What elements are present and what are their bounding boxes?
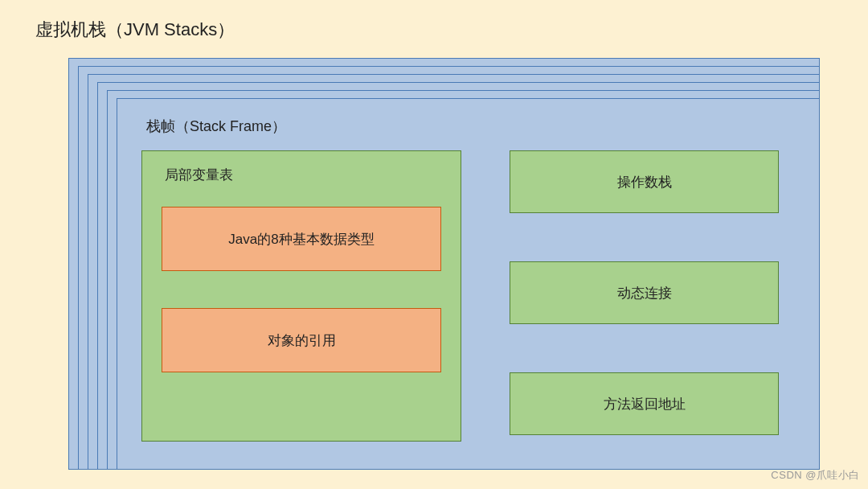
stack-frame: 栈帧（Stack Frame） 局部变量表 Java的8种基本数据类型 对象的引…: [117, 98, 820, 470]
local-variable-table: 局部变量表 Java的8种基本数据类型 对象的引用: [141, 150, 461, 442]
diagram-title: 虚拟机栈（JVM Stacks）: [35, 18, 235, 42]
local-variable-table-title: 局部变量表: [165, 166, 441, 184]
return-address-box: 方法返回地址: [510, 372, 779, 435]
lvt-item-primitive-types: Java的8种基本数据类型: [162, 207, 441, 271]
operand-stack-box: 操作数栈: [510, 150, 779, 213]
dynamic-linking-box: 动态连接: [510, 261, 779, 324]
watermark-text: CSDN @爪哇小白: [771, 468, 860, 483]
frame-right-column: 操作数栈 动态连接 方法返回地址: [510, 150, 779, 442]
jvm-stack-container: 栈帧（Stack Frame） 局部变量表 Java的8种基本数据类型 对象的引…: [68, 58, 820, 470]
stack-frame-body: 局部变量表 Java的8种基本数据类型 对象的引用 操作数栈 动态连接 方法返回…: [141, 150, 795, 442]
lvt-item-object-reference: 对象的引用: [162, 308, 441, 372]
stack-frame-title: 栈帧（Stack Frame）: [146, 117, 795, 136]
